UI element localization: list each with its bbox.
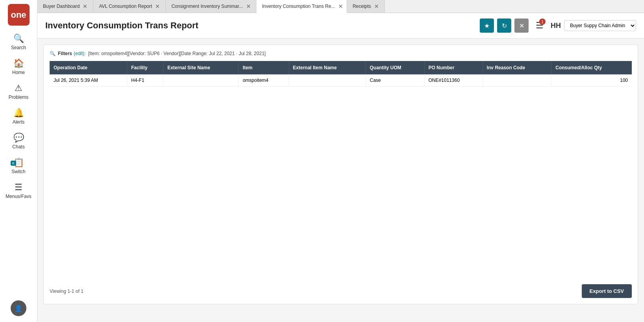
- cell-quantity_uom: Case: [366, 74, 424, 87]
- main-content: Buyer Dashboard ✕ AVL Consumption Report…: [37, 0, 644, 322]
- report-footer: Viewing 1-1 of 1 Export to CSV: [50, 278, 632, 298]
- tab-consignment-inventory[interactable]: Consignment Inventory Summar... ✕: [166, 0, 256, 13]
- tab-close-inventory-consumption[interactable]: ✕: [338, 3, 343, 9]
- col-operation-date: Operation Date: [50, 61, 127, 74]
- close-report-button[interactable]: ✕: [514, 19, 529, 33]
- filters-label: Filters: [58, 51, 72, 56]
- tab-close-avl-consumption[interactable]: ✕: [155, 3, 160, 9]
- filters-edit-link[interactable]: (edit):: [74, 51, 86, 56]
- col-item: Item: [239, 61, 289, 74]
- cell-item: omspoitem4: [239, 74, 289, 87]
- tab-buyer-dashboard[interactable]: Buyer Dashboard ✕: [37, 0, 93, 13]
- chat-icon: 💬: [13, 133, 24, 143]
- tab-avl-consumption[interactable]: AVL Consumption Report ✕: [93, 0, 166, 13]
- header-actions: ★ ↻ ✕ ☰ 1 HH Buyer Suppy Chain Admin: [480, 19, 636, 33]
- tab-close-consignment-inventory[interactable]: ✕: [246, 3, 251, 9]
- tab-label-inventory-consumption: Inventory Consumption Trans Re...: [262, 4, 335, 9]
- table-row: Jul 26, 2021 5:39 AMH4-F1omspoitem4CaseO…: [50, 74, 632, 87]
- sidebar-item-label-menusfavs: Menus/Favs: [6, 194, 31, 199]
- tab-bar: Buyer Dashboard ✕ AVL Consumption Report…: [37, 0, 644, 13]
- sidebar-item-problems[interactable]: ⚠ Problems: [0, 79, 37, 104]
- warning-icon: ⚠: [15, 83, 22, 93]
- report-panel: 🔍 Filters (edit): [Item: omspoitem4][Ven…: [43, 44, 638, 304]
- search-icon: 🔍: [13, 33, 24, 44]
- avatar-icon: 👤: [15, 305, 22, 312]
- cell-external_item_name: [289, 74, 366, 87]
- report-table: Operation Date Facility External Site Na…: [50, 61, 632, 87]
- col-quantity-uom: Quantity UOM: [366, 61, 424, 74]
- tab-close-receipts[interactable]: ✕: [374, 3, 379, 9]
- sidebar-item-search[interactable]: 🔍 Search: [0, 30, 37, 54]
- close-icon: ✕: [519, 22, 524, 30]
- cell-consumed_alloc_qty: 100: [551, 74, 632, 87]
- sidebar-item-label-switch: Switch: [11, 169, 25, 174]
- switch-badge: ≡: [11, 161, 16, 166]
- sidebar-item-label-alerts: Alerts: [13, 119, 25, 125]
- col-inv-reason-code: Inv Reason Code: [483, 61, 551, 74]
- menu-icon: ☰: [15, 182, 22, 192]
- col-po-number: PO Number: [424, 61, 483, 74]
- sidebar-item-label-home: Home: [12, 70, 25, 75]
- cell-operation_date: Jul 26, 2021 5:39 AM: [50, 74, 127, 87]
- tab-label-buyer-dashboard: Buyer Dashboard: [43, 4, 80, 9]
- col-external-site-name: External Site Name: [163, 61, 238, 74]
- tab-label-receipts: Receipts: [353, 4, 371, 9]
- col-consumed-alloc-qty: Consumed/Alloc Qty: [551, 61, 632, 74]
- tab-label-avl-consumption: AVL Consumption Report: [99, 4, 152, 9]
- col-external-item-name: External Item Name: [289, 61, 366, 74]
- cell-external_site_name: [163, 74, 238, 87]
- sidebar-item-menusfavs[interactable]: ☰ Menus/Favs: [0, 178, 37, 203]
- switch-icon: 📋 ≡: [13, 157, 24, 168]
- user-initials: HH: [551, 22, 561, 30]
- sidebar-item-label-chats: Chats: [12, 144, 24, 150]
- content-area: 🔍 Filters (edit): [Item: omspoitem4][Ven…: [37, 39, 644, 322]
- star-icon: ★: [484, 22, 490, 30]
- sidebar-item-label-search: Search: [11, 45, 26, 50]
- refresh-button[interactable]: ↻: [497, 19, 511, 33]
- cell-inv_reason_code: [483, 74, 551, 87]
- tab-label-consignment-inventory: Consignment Inventory Summar...: [171, 4, 243, 9]
- sidebar-item-home[interactable]: 🏠 Home: [0, 54, 37, 79]
- refresh-icon: ↻: [502, 22, 507, 30]
- sidebar-item-switch[interactable]: 📋 ≡ Switch: [0, 154, 37, 178]
- filters-bar: 🔍 Filters (edit): [Item: omspoitem4][Ven…: [50, 51, 632, 56]
- sidebar: one 🔍 Search 🏠 Home ⚠ Problems 🔔 Alerts …: [0, 0, 37, 322]
- page-header: Inventory Consumption Trans Report ★ ↻ ✕…: [37, 13, 644, 39]
- user-role-dropdown[interactable]: Buyer Suppy Chain Admin: [564, 20, 636, 31]
- menu-button[interactable]: ☰ 1: [536, 20, 544, 31]
- notification-badge: 1: [539, 19, 546, 25]
- table-body: Jul 26, 2021 5:39 AMH4-F1omspoitem4CaseO…: [50, 74, 632, 87]
- home-icon: 🏠: [13, 58, 24, 68]
- app-logo[interactable]: one: [8, 4, 30, 26]
- bell-icon: 🔔: [13, 108, 24, 118]
- sidebar-item-alerts[interactable]: 🔔 Alerts: [0, 104, 37, 129]
- export-csv-button[interactable]: Export to CSV: [582, 284, 632, 298]
- col-facility: Facility: [127, 61, 163, 74]
- favorite-button[interactable]: ★: [480, 19, 494, 33]
- cell-facility: H4-F1: [127, 74, 163, 87]
- header-row: Operation Date Facility External Site Na…: [50, 61, 632, 74]
- table-header: Operation Date Facility External Site Na…: [50, 61, 632, 74]
- cell-po_number: ONE#1011360: [424, 74, 483, 87]
- avatar[interactable]: 👤: [11, 300, 26, 316]
- tab-inventory-consumption[interactable]: Inventory Consumption Trans Re... ✕: [256, 0, 347, 13]
- filters-text: [Item: omspoitem4][Vendor: SUP6 · Vendor…: [88, 51, 266, 56]
- viewing-label: Viewing 1-1 of 1: [50, 289, 84, 294]
- page-title: Inventory Consumption Trans Report: [45, 20, 480, 31]
- sidebar-item-label-problems: Problems: [9, 94, 29, 100]
- filter-icon: 🔍: [50, 51, 56, 56]
- sidebar-item-chats[interactable]: 💬 Chats: [0, 129, 37, 154]
- tab-close-buyer-dashboard[interactable]: ✕: [83, 3, 87, 9]
- tab-receipts[interactable]: Receipts ✕: [347, 0, 385, 13]
